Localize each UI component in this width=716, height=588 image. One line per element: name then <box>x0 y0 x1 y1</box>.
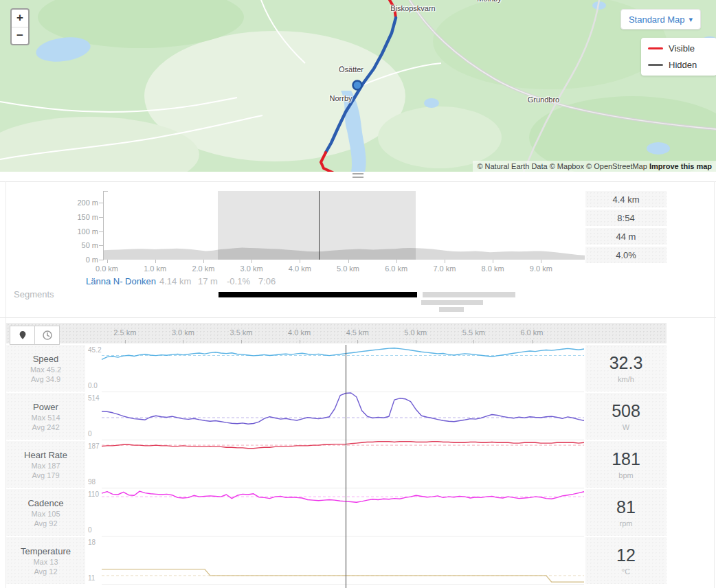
segment-name-link[interactable]: Länna N- Donken <box>86 276 156 286</box>
metric-max: Max 187 <box>31 462 60 470</box>
axis-tick-label: 8.0 km <box>482 264 504 273</box>
axis-tick-label: 2.5 km <box>113 328 136 337</box>
metric-unit: °C <box>622 567 630 576</box>
hidden-line-swatch <box>648 64 663 66</box>
y-axis-min-label: 0.0 <box>88 382 98 389</box>
elevation-y-axis: 200 m150 m100 m50 m0 m <box>65 191 98 260</box>
metric-name: Cadence <box>27 498 63 508</box>
section-divider <box>0 317 716 318</box>
zoom-out-button[interactable]: − <box>12 27 28 45</box>
axis-tick-label: 4.0 km <box>288 328 311 337</box>
heart-rate-chart[interactable] <box>102 441 584 488</box>
axis-tick <box>99 231 103 232</box>
axis-tick <box>99 260 103 260</box>
axis-tick <box>125 340 126 343</box>
axis-tick-label: 0.0 km <box>96 264 118 273</box>
map-place-label: Norrby <box>329 94 352 102</box>
axis-tick <box>99 217 103 218</box>
resize-handle[interactable] <box>353 173 363 178</box>
temperature-chart[interactable] <box>102 537 584 585</box>
metric-max: Max 514 <box>31 414 60 422</box>
selection-grade-stat: 4.0% <box>585 247 667 263</box>
axis-tick <box>532 340 533 343</box>
segment-elevation: 17 m <box>198 276 218 286</box>
metric-unit: rpm <box>620 519 633 528</box>
metric-label-box: Cadence Max 105 Avg 92 <box>6 489 85 536</box>
segment-bar[interactable] <box>423 292 515 297</box>
axis-tick <box>241 340 242 343</box>
legend-visible-label: Visible <box>669 43 695 54</box>
map-style-label: Standard Map <box>629 14 685 25</box>
metric-max: Max 105 <box>31 510 60 518</box>
metric-value-box: 12 °C <box>585 537 667 584</box>
metric-name: Temperature <box>21 546 71 556</box>
map-legend: Visible Hidden <box>641 38 716 76</box>
segment-bar-selected[interactable] <box>219 292 417 297</box>
segment-bar[interactable] <box>439 307 464 312</box>
metric-name: Speed <box>33 354 59 364</box>
segment-distance: 4.14 km <box>159 276 191 286</box>
metric-current-value: 181 <box>612 449 640 469</box>
map-style-button[interactable]: Standard Map ▾ <box>620 9 701 30</box>
metric-value-box: 508 W <box>585 393 667 440</box>
y-axis-min-label: 0 <box>88 430 92 438</box>
metric-row-heart-rate: Heart Rate Max 187 Avg 179 187 98 181 bp… <box>0 441 716 488</box>
metric-name: Heart Rate <box>24 450 67 460</box>
y-axis-min-label: 11 <box>88 574 95 582</box>
metric-avg: Avg 92 <box>34 519 57 528</box>
map-place-label: Mölnby <box>477 0 501 3</box>
y-axis-max-label: 18 <box>88 539 96 546</box>
axis-tick-label: 100 m <box>77 227 98 236</box>
speed-chart[interactable] <box>102 345 584 392</box>
x-axis-mode-toggle <box>10 326 60 343</box>
metric-label-box: Power Max 514 Avg 242 <box>6 393 85 440</box>
selection-elevation-stat: 44 m <box>585 228 667 245</box>
metric-current-value: 12 <box>616 545 636 565</box>
distance-mode-button[interactable] <box>10 326 35 345</box>
axis-tick <box>416 340 416 343</box>
axis-tick-label: 4.5 km <box>346 328 369 337</box>
power-chart[interactable] <box>102 393 584 440</box>
axis-tick <box>203 260 204 263</box>
map-canvas <box>0 0 716 172</box>
metric-avg: Avg 179 <box>32 471 59 479</box>
axis-tick <box>183 340 183 343</box>
time-mode-button[interactable] <box>34 326 60 345</box>
cadence-chart[interactable] <box>102 489 584 536</box>
axis-tick-label: 200 m <box>77 199 98 207</box>
zoom-in-button[interactable]: + <box>12 10 28 27</box>
axis-tick-label: 2.0 km <box>192 264 214 273</box>
axis-tick <box>107 260 108 263</box>
axis-tick-label: 5.5 km <box>462 328 485 337</box>
axis-tick <box>445 260 445 263</box>
y-axis-max-label: 110 <box>88 490 99 498</box>
axis-tick-label: 6.0 km <box>520 328 543 337</box>
metric-unit: km/h <box>618 375 634 383</box>
y-axis-min-label: 98 <box>88 478 96 486</box>
map-pin-icon <box>18 330 27 341</box>
legend-hidden-label: Hidden <box>669 60 697 70</box>
axis-tick <box>357 340 358 343</box>
axis-tick <box>348 260 349 263</box>
map-zoom-control: + − <box>10 8 30 45</box>
improve-map-link[interactable]: Improve this map <box>649 162 712 170</box>
axis-tick-label: 3.0 km <box>172 328 194 337</box>
selection-time-stat: 8:54 <box>585 210 667 226</box>
metric-row-temperature: Temperature Max 13 Avg 12 18 11 12 °C <box>0 537 716 584</box>
elevation-selection-region[interactable] <box>218 191 416 260</box>
map-place-label: Ösätter <box>339 65 363 74</box>
axis-tick-label: 5.0 km <box>404 328 427 337</box>
axis-tick-label: 9.0 km <box>530 264 552 273</box>
route-map[interactable]: Biskopskvarn Ösätter Norrby Grundbro Möl… <box>0 0 716 172</box>
axis-tick <box>99 245 103 246</box>
position-marker <box>353 81 362 90</box>
segments-section-label: Segments <box>14 289 54 299</box>
clock-icon <box>42 330 53 341</box>
metric-value-box: 81 rpm <box>585 489 667 536</box>
metric-max: Max 13 <box>33 558 58 566</box>
axis-tick-label: 4.0 km <box>289 264 311 273</box>
segment-bar[interactable] <box>421 300 483 305</box>
metric-avg: Avg 242 <box>32 423 59 431</box>
axis-tick-label: 1.0 km <box>144 264 166 273</box>
map-clearing <box>378 106 502 168</box>
